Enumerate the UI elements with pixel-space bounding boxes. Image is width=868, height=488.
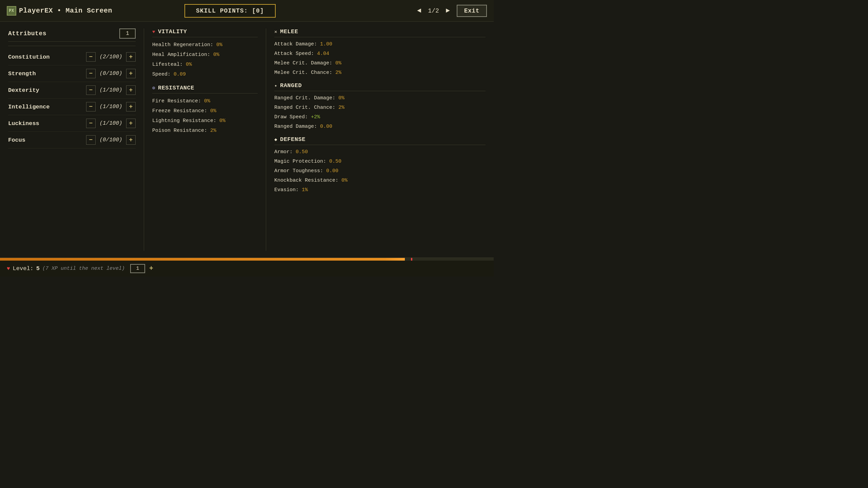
- attr-name-dexterity: Dexterity: [8, 87, 86, 94]
- defense-stat-4: Evasion: 1%: [274, 186, 486, 194]
- focus-plus-button[interactable]: +: [126, 135, 136, 145]
- resistance-stat-0: Fire Resistance: 0%: [152, 98, 258, 105]
- level-number: 5: [36, 265, 40, 272]
- ranged-title: ✦ RANGED: [274, 82, 486, 91]
- resistance-stat-3: Poison Resistance: 2%: [152, 127, 258, 134]
- nav-prev-button[interactable]: ◄: [414, 5, 424, 16]
- app-icon: PX: [7, 6, 16, 16]
- attr-value-dexterity: (1/100): [96, 87, 126, 93]
- xp-bar-fill: [0, 258, 405, 261]
- ranged-icon: ✦: [274, 83, 277, 88]
- attr-name-constitution: Constitution: [8, 54, 86, 60]
- attr-divider: [8, 46, 136, 46]
- luckiness-minus-button[interactable]: −: [86, 119, 96, 128]
- dexterity-minus-button[interactable]: −: [86, 85, 96, 95]
- melee-section: ✕ MELEE Attack Damage: 1.00 Attack Speed…: [274, 28, 486, 76]
- vitality-icon: ♥: [152, 29, 155, 35]
- app-title: PX PlayerEX • Main Screen: [7, 6, 112, 16]
- defense-section: ◆ DEFENSE Armor: 0.50 Magic Protection: …: [274, 136, 486, 194]
- melee-stat-0: Attack Damage: 1.00: [274, 41, 486, 48]
- stats-panel: ♥ VITALITY Health Regeneration: 0% Heal …: [144, 28, 266, 251]
- attr-row-strength: Strength − (0/100) +: [8, 65, 136, 82]
- combat-panel: ✕ MELEE Attack Damage: 1.00 Attack Speed…: [266, 28, 486, 251]
- attributes-header: Attributes 1: [8, 28, 136, 42]
- vitality-title: ♥ VITALITY: [152, 28, 258, 37]
- defense-stat-0: Armor: 0.50: [274, 148, 486, 156]
- vitality-stat-3: Speed: 0.09: [152, 71, 258, 78]
- intelligence-plus-button[interactable]: +: [126, 102, 136, 111]
- attr-name-focus: Focus: [8, 137, 86, 143]
- xp-bar-end: [411, 258, 412, 261]
- attr-row-constitution: Constitution − (2/100) +: [8, 49, 136, 65]
- vitality-stat-2: Lifesteal: 0%: [152, 61, 258, 68]
- attr-name-intelligence: Intelligence: [8, 104, 86, 110]
- intelligence-minus-button[interactable]: −: [86, 102, 96, 111]
- melee-stat-2: Melee Crit. Damage: 0%: [274, 60, 486, 67]
- level-row: ♥ Level: 5 (7 XP until the next level) +: [0, 261, 494, 277]
- attr-row-focus: Focus − (0/100) +: [8, 132, 136, 148]
- attr-row-dexterity: Dexterity − (1/100) +: [8, 82, 136, 99]
- melee-title: ✕ MELEE: [274, 28, 486, 37]
- defense-stat-1: Magic Protection: 0.50: [274, 158, 486, 165]
- level-heart-icon: ♥: [7, 266, 10, 272]
- nav-next-button[interactable]: ►: [443, 5, 453, 16]
- attributes-panel: Attributes 1 Constitution − (2/100) + St…: [8, 28, 144, 251]
- ranged-stat-2: Draw Speed: +2%: [274, 114, 486, 121]
- attr-name-strength: Strength: [8, 70, 86, 77]
- main-content: Attributes 1 Constitution − (2/100) + St…: [0, 22, 494, 258]
- attr-value-luckiness: (1/100): [96, 120, 126, 126]
- defense-stat-2: Armor Toughness: 0.00: [274, 167, 486, 175]
- header: PX PlayerEX • Main Screen SKILL POINTS: …: [0, 0, 494, 22]
- ranged-stat-0: Ranged Crit. Damage: 0%: [274, 95, 486, 102]
- resistance-section: ⊕ RESISTANCE Fire Resistance: 0% Freeze …: [152, 85, 258, 134]
- resistance-stat-2: Lightning Resistance: 0%: [152, 117, 258, 124]
- ranged-stat-3: Ranged Damage: 0.00: [274, 123, 486, 130]
- page-nav: ◄ 1/2 ► Exit: [414, 5, 487, 17]
- defense-stat-3: Knockback Resistance: 0%: [274, 177, 486, 184]
- defense-icon: ◆: [274, 137, 277, 142]
- ranged-section: ✦ RANGED Ranged Crit. Damage: 0% Ranged …: [274, 82, 486, 130]
- attr-value-intelligence: (1/100): [96, 104, 126, 110]
- bottom-bar: ♥ Level: 5 (7 XP until the next level) +: [0, 258, 494, 277]
- level-xp-text: (7 XP until the next level): [42, 266, 125, 271]
- vitality-stat-1: Heal Amplification: 0%: [152, 51, 258, 58]
- attr-row-luckiness: Luckiness − (1/100) +: [8, 115, 136, 132]
- vitality-section: ♥ VITALITY Health Regeneration: 0% Heal …: [152, 28, 258, 78]
- strength-minus-button[interactable]: −: [86, 69, 96, 78]
- dexterity-plus-button[interactable]: +: [126, 85, 136, 95]
- constitution-minus-button[interactable]: −: [86, 52, 96, 62]
- constitution-plus-button[interactable]: +: [126, 52, 136, 62]
- resistance-stat-1: Freeze Resistance: 0%: [152, 107, 258, 115]
- nav-page-indicator: 1/2: [428, 7, 439, 14]
- melee-icon: ✕: [274, 29, 277, 35]
- focus-minus-button[interactable]: −: [86, 135, 96, 145]
- resistance-icon: ⊕: [152, 85, 155, 91]
- attr-row-intelligence: Intelligence − (1/100) +: [8, 99, 136, 115]
- defense-title: ◆ DEFENSE: [274, 136, 486, 145]
- resistance-title: ⊕ RESISTANCE: [152, 85, 258, 94]
- ranged-stat-1: Ranged Crit. Chance: 2%: [274, 104, 486, 111]
- attr-value-focus: (0/100): [96, 137, 126, 143]
- level-alloc-input[interactable]: [130, 264, 145, 273]
- strength-plus-button[interactable]: +: [126, 69, 136, 78]
- vitality-stat-0: Health Regeneration: 0%: [152, 41, 258, 48]
- attr-name-luckiness: Luckiness: [8, 120, 86, 127]
- melee-stat-1: Attack Speed: 4.04: [274, 50, 486, 57]
- attr-value-constitution: (2/100): [96, 54, 126, 60]
- level-label: Level:: [13, 265, 34, 272]
- exit-button[interactable]: Exit: [457, 5, 487, 17]
- alloc-input[interactable]: 1: [119, 28, 136, 39]
- melee-stat-3: Melee Crit. Chance: 2%: [274, 69, 486, 76]
- level-plus-button[interactable]: +: [148, 265, 155, 272]
- xp-bar-container: [0, 258, 494, 261]
- attributes-title: Attributes: [8, 30, 46, 37]
- luckiness-plus-button[interactable]: +: [126, 119, 136, 128]
- attr-value-strength: (0/100): [96, 70, 126, 77]
- skill-points-box: SKILL POINTS: [0]: [184, 4, 276, 18]
